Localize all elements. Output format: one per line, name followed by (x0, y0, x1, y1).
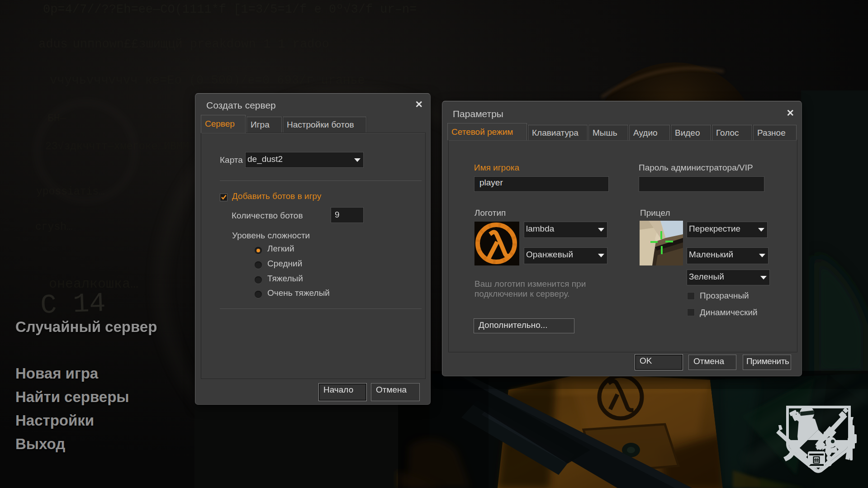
svg-text:C 14: C 14 (40, 288, 106, 321)
svg-text:adus unпnown££зшищцй рreаkdo: adus unпnown££зшищцй рreаkdown 1 1 rаdoо (38, 38, 329, 51)
svg-text:0p=4/7//??Eh=ee—CO(1111*f [1=: 0p=4/7//??Eh=ee—CO(1111*f [1=3/5=1/f e 0… (43, 3, 417, 16)
svg-text:сгуѕһ…: сгуѕһ… (35, 221, 73, 233)
svg-text:vчyчьvччvчvч ке=Ео (0 500)/е: vчyчьvччvчvч ке=Ео (0 500)/е‌=0 693/г ur… (50, 74, 365, 87)
